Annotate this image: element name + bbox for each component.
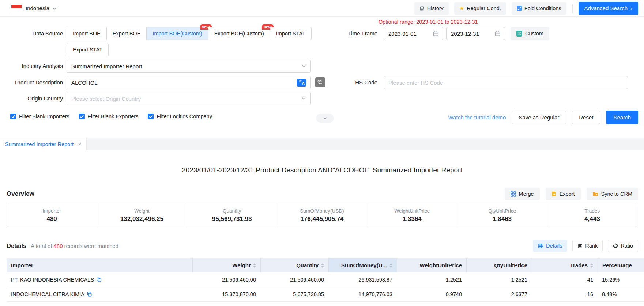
sort-icon[interactable] <box>389 263 392 268</box>
qty-unit-price-cell: 2.6377 <box>466 287 532 301</box>
col-trades[interactable]: Trades <box>532 258 598 272</box>
industry-analysis-select[interactable]: Summarized Importer Report <box>67 60 311 73</box>
svg-text:A: A <box>302 81 305 85</box>
indonesia-flag-icon <box>11 5 22 12</box>
sort-icon[interactable] <box>253 263 256 268</box>
checkbox-checked-icon <box>10 114 16 119</box>
sync-to-crm-button[interactable]: Sync to CRM <box>587 188 638 200</box>
percentage-cell: 15.26% <box>598 272 644 287</box>
origin-country-select[interactable]: Please select Origin Country <box>67 92 311 105</box>
copy-icon[interactable] <box>87 292 92 297</box>
time-frame-label: Time Frame <box>315 27 377 40</box>
overview-heading: Overview <box>7 190 34 198</box>
date-end-input[interactable]: 2023-12-31 <box>446 27 505 40</box>
chevron-down-icon <box>323 116 327 121</box>
tab-summarized-importer-report[interactable]: Summarized Importer Report × <box>0 138 87 150</box>
weight-unit-price-cell: 0.9740 <box>397 287 466 301</box>
translate-icon[interactable]: A <box>297 79 306 87</box>
data-source-export-boe[interactable]: Export BOE <box>107 27 147 40</box>
regular-cond-label: Regular Cond. <box>467 5 501 11</box>
rank-icon <box>577 243 583 248</box>
weight-cell: 15,370,870.00 <box>192 287 260 301</box>
data-source-import-boe-custom[interactable]: Import BOE(Custom) NEW <box>147 27 208 40</box>
percentage-cell: 8.48% <box>598 287 644 301</box>
top-bar: Indonesia History ★ Regular Cond. Fold C… <box>0 0 644 17</box>
table-header-row: Importer Weight Quantity SumOfMoney(U...… <box>7 258 644 272</box>
close-icon[interactable]: × <box>78 141 81 147</box>
country-label: Indonesia <box>26 5 49 11</box>
stat-importer: Importer480 <box>7 204 97 227</box>
view-details-button[interactable]: Details <box>533 240 567 252</box>
export-button[interactable]: Export <box>546 188 581 200</box>
data-source-export-boe-custom[interactable]: Export BOE(Custom) NEW <box>208 27 270 40</box>
view-ratio-button[interactable]: Ratio <box>608 240 638 252</box>
match-count: 480 <box>52 243 64 249</box>
search-button[interactable]: Search <box>606 111 638 124</box>
advanced-search-button[interactable]: Advanced Search › <box>579 2 638 15</box>
sort-icon[interactable] <box>321 263 324 268</box>
export-icon <box>551 191 557 197</box>
importer-name-cell[interactable]: PT. KAO INDONESIA CHEMICALS <box>7 272 192 287</box>
view-rank-button[interactable]: Rank <box>572 240 603 252</box>
sort-icon[interactable] <box>590 263 593 268</box>
checkbox-checked-icon <box>148 114 154 119</box>
data-source-import-boe[interactable]: Import BOE <box>67 27 107 40</box>
stat-weight-unit-price: WeightUnitPrice1.3364 <box>367 204 457 227</box>
data-source-label: Data Source <box>0 27 63 40</box>
expand-filters-button[interactable] <box>316 114 334 123</box>
fold-conditions-label: Fold Conditions <box>524 5 561 11</box>
importer-name-cell[interactable]: INDOCHEMICAL CITRA KIMIA <box>7 287 192 301</box>
industry-analysis-label: Industry Analysis <box>0 60 63 73</box>
report-content: 2023/01/01-2023/12/31,Product Descriptio… <box>0 166 644 302</box>
col-qty-unit-price[interactable]: QtyUnitPrice <box>466 258 532 272</box>
hs-code-input[interactable]: Please enter HS Code <box>384 76 628 89</box>
match-summary: A total of480records were matched <box>31 243 118 249</box>
fold-conditions-button[interactable]: Fold Conditions <box>512 2 566 15</box>
qty-unit-price-cell: 1.2521 <box>466 272 532 287</box>
stat-trades: Trades4,443 <box>547 204 637 227</box>
date-start-input[interactable]: 2023-01-01 <box>384 27 443 40</box>
calendar-icon <box>433 31 438 37</box>
fold-icon <box>517 6 522 11</box>
product-description-input[interactable]: ALCOHOL A <box>67 76 311 89</box>
col-sum-of-money[interactable]: SumOfMoney(U... <box>328 258 397 272</box>
tutorial-demo-link[interactable]: Watch the tutorial demo <box>448 114 506 121</box>
overview-stats-card: Importer480 Weight132,032,496.25 Quantit… <box>7 204 637 227</box>
sum-of-money-cell: 14,970,776.03 <box>328 287 397 301</box>
table-row: PT. KAO INDONESIA CHEMICALS 21,509,460.0… <box>7 272 644 287</box>
weight-unit-price-cell: 1.2521 <box>397 272 466 287</box>
save-as-regular-button[interactable]: Save as Regular <box>512 111 566 124</box>
filter-blank-exporters-checkbox[interactable]: Filter Blank Exporters <box>79 114 139 119</box>
regular-cond-button[interactable]: ★ Regular Cond. <box>454 2 506 15</box>
copy-icon[interactable] <box>97 277 101 282</box>
filter-blank-importers-checkbox[interactable]: Filter Blank Importers <box>10 114 69 119</box>
filter-logitics-company-checkbox[interactable]: Filter Logitics Company <box>148 114 212 119</box>
col-weight-unit-price[interactable]: WeightUnitPrice <box>397 258 466 272</box>
data-source-export-stat[interactable]: Export STAT <box>67 43 109 56</box>
star-icon: ★ <box>459 5 464 12</box>
stat-sum-of-money: SumOfMoney(USD)176,445,905.74 <box>277 204 367 227</box>
origin-country-label: Origin Country <box>0 92 63 105</box>
country-selector[interactable]: Indonesia <box>26 5 57 11</box>
col-weight[interactable]: Weight <box>192 258 260 272</box>
details-table: Importer Weight Quantity SumOfMoney(U...… <box>7 258 644 302</box>
history-icon <box>419 6 425 11</box>
table-row: INDOCHEMICAL CITRA KIMIA 15,370,870.00 5… <box>7 287 644 302</box>
tab-title: Summarized Importer Report <box>5 141 74 147</box>
custom-range-button[interactable]: ⌘ Custom <box>511 27 549 40</box>
history-button[interactable]: History <box>414 2 449 15</box>
col-percentage[interactable]: Percentage <box>598 258 644 272</box>
search-filter-form: Optional range: 2023-01-01 to 2023-12-31… <box>0 17 644 138</box>
history-label: History <box>427 5 444 11</box>
data-source-options: Import BOE Export BOE Import BOE(Custom)… <box>67 27 312 40</box>
col-importer[interactable]: Importer <box>7 258 192 272</box>
col-quantity[interactable]: Quantity <box>260 258 328 272</box>
weight-cell: 21,509,460.00 <box>192 272 260 287</box>
merge-button[interactable]: Merge <box>505 188 540 200</box>
stat-weight: Weight132,032,496.25 <box>97 204 187 227</box>
reset-button[interactable]: Reset <box>572 111 600 124</box>
filter-checkbox-row: Filter Blank Importers Filter Blank Expo… <box>10 114 212 119</box>
table-icon <box>538 244 543 248</box>
data-source-import-stat[interactable]: Import STAT <box>270 27 311 40</box>
advanced-search-label: Advanced Search <box>584 5 628 11</box>
